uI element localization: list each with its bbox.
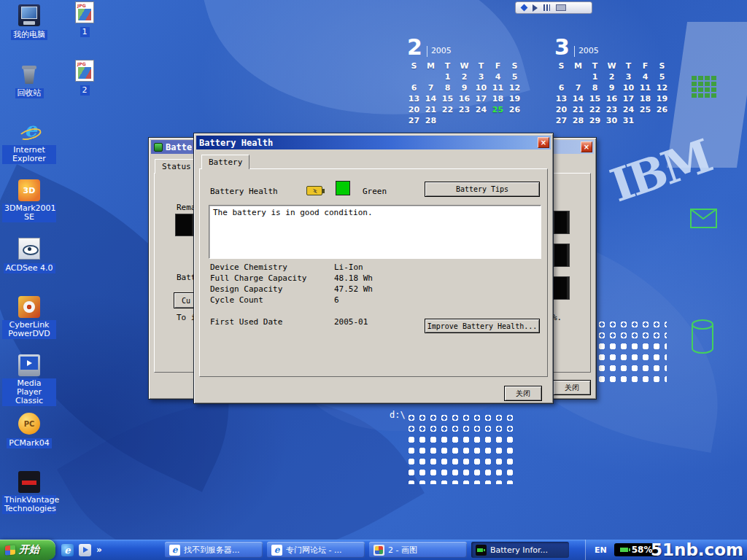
battery-gauge	[551, 276, 570, 300]
desktop-icon-recycle-bin[interactable]: 回收站	[1, 63, 57, 98]
calendar-day	[439, 116, 456, 127]
calendar-weekday: M	[422, 61, 439, 72]
desktop-icon-mpc[interactable]: Media Player Classic	[1, 354, 57, 406]
condition-textbox[interactable]: The battery is in good condition.	[209, 205, 541, 259]
calendar-weekday: S	[553, 61, 570, 72]
wallpaper-calendar-march: 3 2005 SMTWTFS12345678910111213141516171…	[553, 38, 670, 127]
desktop-icon-thinkvantage[interactable]: ThinkVantage Technologies	[1, 471, 57, 514]
desktop-file-1[interactable]: 1	[64, 1, 105, 37]
task-label: 找不到服务器...	[184, 545, 240, 556]
close-icon[interactable]: ×	[581, 141, 592, 152]
desktop-file-label: 1	[80, 27, 90, 37]
calendar-day: 27	[406, 116, 422, 127]
jpg-file-icon	[75, 60, 94, 82]
site-watermark: 51nb.com	[651, 540, 743, 559]
task-label: Battery Infor...	[490, 545, 548, 555]
battery-window-icon	[154, 143, 163, 152]
calendar-day: 23	[456, 105, 473, 116]
windows-flag-icon	[5, 545, 15, 555]
battery-health-titlebar[interactable]: Battery Health ×	[196, 136, 551, 149]
calendar-day: 27	[553, 116, 570, 127]
desktop-icon-label: ThinkVantage Technologies	[2, 495, 56, 514]
desktop-icon-powerdvd[interactable]: CyberLink PowerDVD	[1, 296, 57, 339]
my-computer-icon	[18, 4, 40, 26]
quick-launch-expand-icon[interactable]: »	[96, 545, 102, 555]
calendar-day: 28	[570, 116, 587, 127]
taskbar[interactable]: 开始 » 找不到服务器...专门网论坛 - ...2 - 画图Battery I…	[0, 540, 747, 560]
calendar-day: 25	[637, 105, 654, 116]
desktop-icon-internet-explorer[interactable]: Internet Explorer	[1, 121, 57, 164]
desktop-icon-label: PCMark04	[7, 438, 51, 448]
battery-tabpage: Battery Health Green Battery Tips The ba…	[199, 168, 548, 377]
language-indicator[interactable]: EN	[595, 545, 607, 555]
tab-battery[interactable]: Battery	[201, 155, 249, 169]
calendar-day	[654, 116, 670, 127]
equalizer-icon	[543, 4, 550, 11]
desktop-icon-pcmark[interactable]: PCMark04	[1, 413, 57, 448]
close-button[interactable]: 关闭	[504, 386, 542, 401]
desktop-icon-acdsee[interactable]: ACDSee 4.0	[1, 238, 57, 273]
calendar-day	[570, 72, 587, 83]
internet-explorer-icon[interactable]	[61, 544, 74, 556]
calendar-day: 8	[587, 83, 603, 94]
calendar-day: 4	[637, 72, 654, 83]
calendar-day: 17	[620, 94, 637, 105]
calendar-day: 11	[489, 83, 506, 94]
desktop-icon-my-computer[interactable]: 我的电脑	[1, 4, 57, 40]
calendar-day: 7	[422, 83, 439, 94]
taskbar-task[interactable]: 专门网论坛 - ...	[267, 542, 365, 558]
ie-page-icon	[271, 545, 282, 556]
start-label: 开始	[19, 543, 39, 556]
tab-status[interactable]: Status	[155, 159, 198, 174]
detail-label: Design Capacity	[210, 284, 334, 295]
close-button[interactable]: 关闭	[553, 380, 591, 395]
battery-gauge	[175, 214, 195, 236]
osd-toolbar[interactable]	[515, 1, 592, 14]
battery-tips-button[interactable]: Battery Tips	[425, 182, 540, 197]
calendar-day: 17	[473, 94, 489, 105]
jpg-file-icon	[75, 1, 94, 23]
taskbar-task[interactable]: 找不到服务器...	[165, 542, 263, 558]
tray-battery-icon	[620, 548, 628, 552]
calendar-day: 5	[506, 72, 523, 83]
battery-health-dialog[interactable]: Battery Health × Battery Battery Health …	[193, 133, 554, 404]
calendar-day: 9	[456, 83, 473, 94]
calendar-title: 3 2005	[554, 38, 670, 57]
calendar-day	[506, 116, 523, 127]
calendar-day: 7	[570, 83, 587, 94]
battery-detail-row: Full Charge Capacity48.18 Wh	[210, 273, 373, 284]
calendar-day: 22	[587, 105, 603, 116]
desktop-file-2[interactable]: 2	[64, 60, 105, 96]
calendar-day: 12	[654, 83, 670, 94]
battery-percent: 58%	[632, 545, 653, 555]
calendar-day: 16	[456, 94, 473, 105]
taskbar-task[interactable]: 2 - 画图	[369, 542, 467, 558]
battery-icon	[476, 545, 487, 556]
desktop-icon-3dmark[interactable]: 3DMark2001 SE	[1, 179, 57, 222]
calendar-day: 29	[587, 116, 603, 127]
taskbar-task[interactable]: Battery Infor...	[471, 542, 569, 558]
quick-launch: »	[61, 542, 102, 557]
calendar-day: 15	[587, 94, 603, 105]
diamond-icon	[521, 4, 528, 12]
dialog-title: Battery Health	[199, 138, 273, 148]
desktop[interactable]: 2 2005 SMTWTFS12345678910111213141516171…	[0, 0, 747, 560]
calendar-day	[422, 72, 439, 83]
calendar-day: 14	[422, 94, 439, 105]
improve-battery-health-button[interactable]: Improve Battery Health...	[425, 319, 540, 333]
powerdvd-icon	[18, 296, 40, 318]
detail-value: Li-Ion	[334, 262, 363, 273]
wallpaper-dots	[406, 435, 517, 484]
calendar-day: 24	[620, 105, 637, 116]
media-player-icon[interactable]	[79, 544, 91, 556]
calendar-day	[489, 116, 506, 127]
start-button[interactable]: 开始	[0, 540, 55, 560]
calendar-day: 11	[637, 83, 654, 94]
calendar-day: 28	[422, 116, 439, 127]
close-icon[interactable]: ×	[538, 137, 549, 148]
calendar-weekday: S	[654, 61, 670, 72]
calendar-weekday: T	[439, 61, 456, 72]
thinkvantage-icon	[18, 471, 40, 493]
battery-gauge	[554, 211, 570, 234]
calendar-day: 16	[603, 94, 620, 105]
